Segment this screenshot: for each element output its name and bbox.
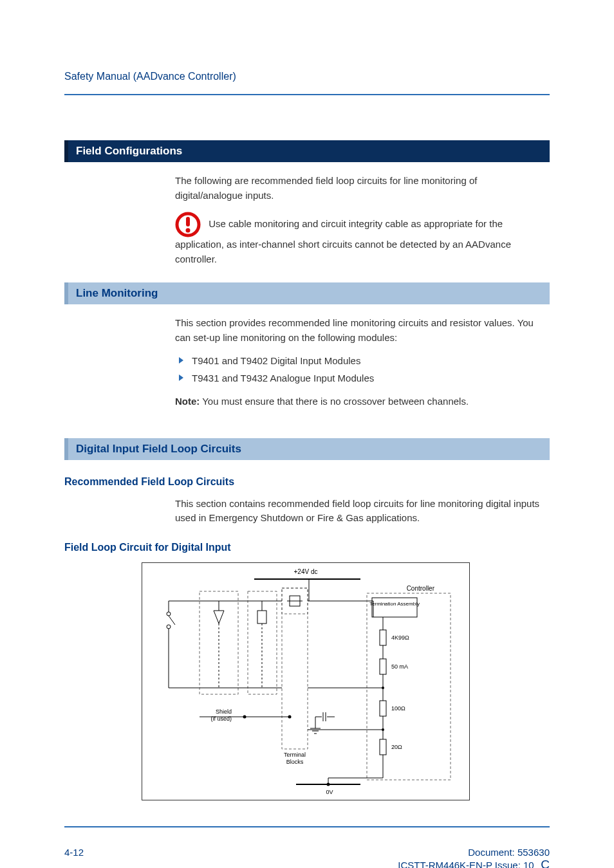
svg-point-34 — [167, 625, 171, 629]
diagram-label-controller: Controller — [407, 585, 435, 592]
svg-rect-7 — [282, 588, 308, 749]
list-item: T9431 and T9432 Analogue Input Modules — [175, 371, 543, 386]
svg-rect-17 — [380, 659, 386, 674]
footer-issue-prefix: ICSTT-RM446K-EN-P Issue: 10 — [398, 860, 534, 869]
alert-block: Use cable monitoring and circuit integri… — [175, 212, 543, 266]
document-header-title: Safety Manual (AADvance Controller) — [64, 71, 550, 82]
header-divider — [64, 94, 550, 95]
section-heading-line-monitoring: Line Monitoring — [64, 282, 550, 304]
svg-point-33 — [167, 612, 171, 616]
diagram-label-24v: +24V dc — [294, 568, 318, 575]
diagram-label-terminal-sub: Blocks — [286, 759, 304, 765]
bullet-icon — [179, 374, 183, 381]
footer-document-id: Document: 553630 — [398, 847, 550, 858]
footer-issue-suffix: _C — [534, 858, 550, 869]
bullet-icon — [179, 357, 183, 364]
circuit-diagram: +24V dc Controller Termination Assembly — [142, 562, 550, 800]
alert-text: Use cable monitoring and circuit integri… — [175, 218, 511, 264]
section-heading-digital-input: Digital Input Field Loop Circuits — [64, 438, 550, 460]
list-item-text: T9431 and T9432 Analogue Input Modules — [192, 373, 374, 383]
note-text: You must ensure that there is no crossov… — [200, 396, 469, 407]
line-monitoring-note: Note: You must ensure that there is no c… — [175, 394, 543, 409]
diagram-label-shield-sub: (if used) — [210, 716, 232, 722]
list-item-text: T9401 and T9402 Digital Input Modules — [192, 355, 360, 366]
diagram-label-r1: 4K99Ω — [391, 634, 409, 641]
page-footer: 4-12 Document: 553630 ICSTT-RM446K-EN-P … — [64, 847, 550, 869]
diagram-label-r3: 100Ω — [391, 705, 405, 712]
svg-rect-14 — [380, 630, 386, 645]
svg-rect-24 — [380, 739, 386, 755]
line-monitoring-intro: This section provides recommended line m… — [175, 316, 543, 345]
diagram-label-terminal: Terminal — [284, 752, 306, 758]
svg-point-50 — [243, 715, 247, 718]
diagram-label-0v: 0V — [326, 789, 333, 795]
diagram-label-termination-1: Termination Assembly — [369, 601, 420, 607]
svg-line-35 — [169, 616, 175, 625]
diagram-label-r2: 50 mA — [391, 663, 408, 670]
subheading-field-loop-circuit: Field Loop Circuit for Digital Input — [64, 542, 550, 553]
svg-point-51 — [288, 715, 292, 718]
svg-rect-3 — [142, 562, 470, 800]
alert-icon — [175, 212, 201, 237]
field-config-intro: The following are recommended field loop… — [175, 174, 543, 203]
svg-rect-45 — [257, 611, 266, 623]
module-list: T9401 and T9402 Digital Input Modules T9… — [175, 354, 543, 385]
section-heading-field-configurations: Field Configurations — [64, 140, 550, 162]
diagram-label-shield: Shield — [216, 708, 232, 715]
footer-page-number: 4-12 — [64, 847, 84, 869]
svg-rect-1 — [186, 217, 190, 226]
svg-point-2 — [186, 228, 191, 233]
diagram-label-r4: 20Ω — [391, 744, 402, 750]
footer-issue: ICSTT-RM446K-EN-P Issue: 10_C — [398, 858, 550, 869]
subheading-recommended-circuits: Recommended Field Loop Circuits — [64, 476, 550, 488]
footer-divider — [64, 826, 550, 827]
note-label: Note: — [175, 396, 200, 407]
svg-rect-19 — [380, 701, 386, 716]
list-item: T9401 and T9402 Digital Input Modules — [175, 354, 543, 369]
recommended-circuits-text: This section contains recommended field … — [175, 497, 543, 526]
